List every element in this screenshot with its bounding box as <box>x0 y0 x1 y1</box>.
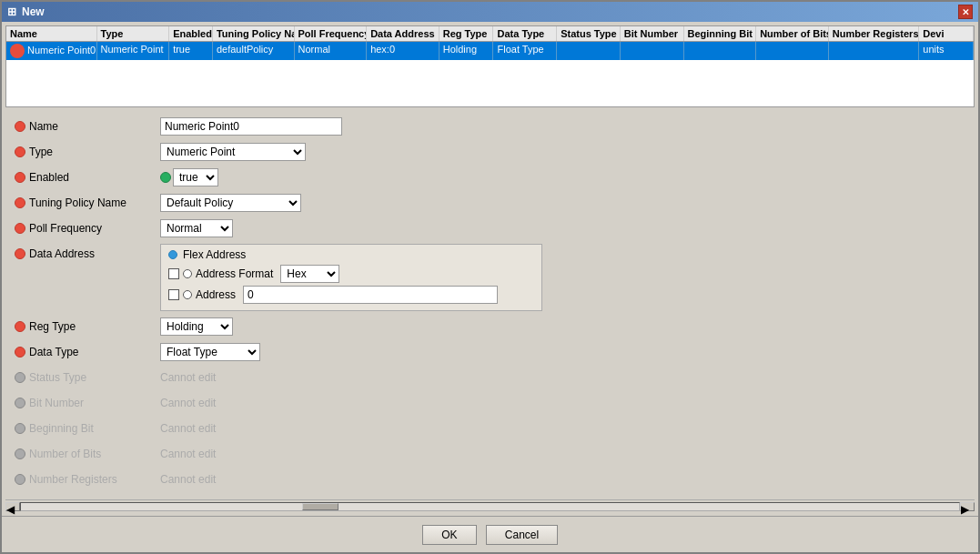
scroll-thumb[interactable] <box>302 503 338 510</box>
cell-num-reg <box>829 42 920 60</box>
tuning-label: Tuning Policy Name <box>29 196 126 209</box>
enabled-select[interactable]: true <box>173 168 218 186</box>
close-button[interactable]: ✕ <box>958 5 973 19</box>
reg-type-dot <box>15 321 25 332</box>
cell-data-type: Float Type <box>493 42 557 60</box>
type-control-area: Numeric Point <box>160 143 965 161</box>
poll-select[interactable]: Normal <box>160 219 233 237</box>
flex-address-radio[interactable] <box>168 250 177 259</box>
name-label-group: Name <box>15 120 160 133</box>
enabled-label-group: Enabled <box>15 171 160 184</box>
cell-device: units <box>919 42 974 60</box>
data-type-select[interactable]: Float Type <box>160 343 260 361</box>
name-control-area: Numeric Point0 <box>160 117 965 136</box>
number-bits-label: Number of Bits <box>29 448 101 460</box>
cell-data-addr: hex:0 <box>367 42 439 60</box>
poll-label: Poll Frequency <box>29 222 102 235</box>
scroll-right-button[interactable]: ▶ <box>960 502 975 511</box>
col-header-type: Type <box>97 26 170 41</box>
reg-type-label: Reg Type <box>29 320 76 333</box>
address-input[interactable]: 0 <box>243 286 498 304</box>
type-select[interactable]: Numeric Point <box>160 143 306 161</box>
number-registers-label: Number Registers <box>29 473 117 486</box>
bit-number-value: Cannot edit <box>160 397 216 409</box>
col-header-data-addr: Data Address <box>367 26 439 41</box>
title-bar-left: ⊞ New <box>7 5 45 18</box>
beginning-bit-dot <box>15 423 25 434</box>
form-row-number-registers: Number Registers Cannot edit <box>15 469 965 489</box>
data-address-panel: Flex Address Address Format Hex <box>160 244 542 311</box>
col-header-status: Status Type <box>557 26 621 41</box>
col-header-begin: Beginning Bit <box>684 26 757 41</box>
form-row-name: Name Numeric Point0 <box>15 116 965 136</box>
enabled-control-area: true <box>160 168 965 186</box>
number-bits-dot <box>15 448 25 459</box>
scroll-track[interactable] <box>20 502 960 511</box>
status-type-control-area: Cannot edit <box>160 371 965 384</box>
name-dot <box>15 121 25 132</box>
col-header-poll: Poll Frequency <box>295 26 368 41</box>
col-header-num-reg: Number Registers <box>829 26 920 41</box>
cell-poll: Normal <box>295 42 368 60</box>
col-header-bit: Bit Number <box>621 26 684 41</box>
data-type-dot <box>15 347 25 358</box>
col-header-device: Devi <box>919 26 974 41</box>
flex-address-label: Flex Address <box>183 248 246 261</box>
main-window: ⊞ New ✕ Name Type Enabled Tuning Policy … <box>0 0 980 554</box>
col-header-num-bits: Number of Bits <box>756 26 829 41</box>
bit-number-label-group: Bit Number <box>15 397 160 409</box>
enabled-label: Enabled <box>29 171 69 184</box>
form-row-beginning-bit: Beginning Bit Cannot edit <box>15 418 965 438</box>
window-title: New <box>22 5 45 18</box>
green-dot-icon <box>160 172 171 183</box>
form-row-bit-number: Bit Number Cannot edit <box>15 393 965 413</box>
address-format-checkbox[interactable] <box>168 268 179 279</box>
poll-dot <box>15 223 25 234</box>
cell-tuning: defaultPolicy <box>213 42 295 60</box>
data-address-label-group: Data Address <box>15 247 160 260</box>
horizontal-scrollbar[interactable]: ◀ ▶ <box>5 499 975 512</box>
tuning-dot <box>15 197 25 208</box>
flex-address-row: Flex Address <box>168 248 534 261</box>
row-icon <box>10 44 25 58</box>
form-row-data-type: Data Type Float Type <box>15 342 965 362</box>
scroll-left-button[interactable]: ◀ <box>5 502 20 511</box>
beginning-bit-label: Beginning Bit <box>29 422 94 435</box>
address-label: Address <box>196 288 236 301</box>
reg-type-select[interactable]: Holding <box>160 317 233 336</box>
cancel-button[interactable]: Cancel <box>486 525 558 545</box>
address-format-select[interactable]: Hex <box>280 265 339 283</box>
beginning-bit-value: Cannot edit <box>160 422 216 435</box>
bit-number-control-area: Cannot edit <box>160 397 965 409</box>
address-format-radio[interactable] <box>183 269 192 278</box>
tuning-select[interactable]: Default Policy <box>160 194 301 212</box>
poll-control-area: Normal <box>160 219 965 237</box>
type-dot <box>15 146 25 157</box>
cell-num-bits <box>756 42 829 60</box>
title-bar: ⊞ New ✕ <box>2 2 978 22</box>
bit-number-dot <box>15 398 25 408</box>
beginning-bit-label-group: Beginning Bit <box>15 422 160 435</box>
cell-begin <box>684 42 757 60</box>
tuning-label-group: Tuning Policy Name <box>15 196 160 209</box>
table-row[interactable]: Numeric Point0 Numeric Point true defaul… <box>6 42 974 60</box>
status-type-label: Status Type <box>29 371 86 384</box>
ok-button[interactable]: OK <box>422 525 477 545</box>
address-checkbox[interactable] <box>168 289 179 300</box>
enabled-dot <box>15 172 25 183</box>
cell-bit <box>621 42 684 60</box>
data-address-label: Data Address <box>29 247 95 260</box>
address-radio[interactable] <box>183 290 192 299</box>
number-registers-dot <box>15 474 25 485</box>
cell-reg: Holding <box>439 42 494 60</box>
form-row-enabled: Enabled true <box>15 167 965 187</box>
window-icon: ⊞ <box>7 5 16 18</box>
tuning-control-area: Default Policy <box>160 194 965 212</box>
type-label: Type <box>29 146 53 158</box>
name-input[interactable]: Numeric Point0 <box>160 117 342 136</box>
form-section: Name Numeric Point0 Type Numeric Point <box>5 111 975 496</box>
beginning-bit-control-area: Cannot edit <box>160 422 965 435</box>
form-row-type: Type Numeric Point <box>15 142 965 162</box>
bottom-bar: OK Cancel <box>2 516 978 552</box>
address-format-row: Address Format Hex <box>168 265 534 283</box>
